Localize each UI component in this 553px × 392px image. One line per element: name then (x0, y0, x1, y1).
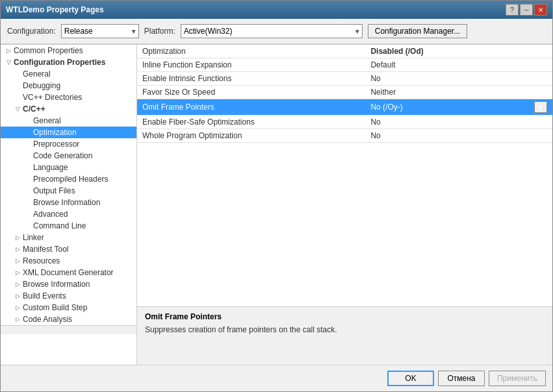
config-combobox[interactable]: Release ▼ (61, 24, 139, 38)
table-row[interactable]: Favor Size Or SpeedNeither (137, 86, 552, 99)
prop-name-cell: Omit Frame Pointers (137, 99, 365, 116)
tree-item-code-generation[interactable]: Code Generation (1, 150, 136, 162)
apply-button[interactable]: Применить (489, 371, 546, 386)
title-bar: WTLDemo Property Pages ? ─ ✕ (1, 1, 552, 19)
info-title: Omit Frame Pointers (145, 312, 545, 321)
tree-arrow-icon: ▽ (12, 106, 23, 112)
tree-item-label: Debugging (23, 81, 60, 90)
prop-value-cell: Default (365, 58, 552, 72)
tree-item-general[interactable]: General (1, 68, 136, 80)
tree-item-label: Configuration Properties (14, 58, 105, 67)
tree-item-label: Output Files (33, 186, 75, 195)
properties-grid: OptimizationDisabled (/Od)Inline Functio… (137, 45, 552, 306)
tree-item-cpp-general[interactable]: General (1, 115, 136, 127)
tree-item-label: Custom Build Step (23, 303, 87, 312)
tree-arrow-icon: ▷ (12, 246, 23, 252)
tree-item-advanced[interactable]: Advanced (1, 208, 136, 220)
tree-item-label: C/C++ (23, 104, 45, 114)
content-area: ▷Common Properties▽Configuration Propert… (1, 44, 552, 365)
prop-name-cell: Enable Intrinsic Functions (137, 72, 365, 86)
table-row[interactable]: Inline Function ExpansionDefault (137, 58, 552, 72)
tree-arrow-icon: ▷ (12, 258, 23, 264)
minimize-button[interactable]: ─ (520, 4, 533, 16)
prop-name-cell: Enable Fiber-Safe Optimizations (137, 116, 365, 129)
platform-value: Active(Win32) (184, 27, 233, 36)
table-row[interactable]: OptimizationDisabled (/Od) (137, 45, 552, 58)
selected-value-text: No (/Oy-) (370, 103, 402, 112)
tree-item-label: Advanced (33, 210, 68, 219)
config-manager-button[interactable]: Configuration Manager... (368, 24, 467, 38)
tree-panel: ▷Common Properties▽Configuration Propert… (1, 45, 137, 365)
tree-arrow-icon: ▷ (12, 269, 23, 276)
tree-item-build-events[interactable]: ▷Build Events (1, 290, 136, 302)
table-row[interactable]: Enable Fiber-Safe OptimizationsNo (137, 116, 552, 129)
tree-item-label: General (23, 69, 51, 79)
platform-arrow-icon: ▼ (354, 28, 361, 35)
main-window: WTLDemo Property Pages ? ─ ✕ Configurati… (0, 0, 553, 392)
prop-value-cell: No (/Oy-)▼ (365, 99, 552, 116)
config-label: Configuration: (7, 27, 56, 36)
prop-name-cell: Optimization (137, 45, 365, 58)
tree-item-vc-dirs[interactable]: VC++ Directories (1, 92, 136, 103)
tree-item-label: Browse Information (23, 280, 90, 289)
tree-item-linker[interactable]: ▷Linker (1, 232, 136, 243)
prop-value-cell: No (365, 116, 552, 129)
prop-value-cell: No (365, 129, 552, 143)
ok-button[interactable]: OK (387, 371, 434, 386)
tree-item-label: Browse Information (33, 198, 100, 207)
tree-item-browse-info[interactable]: Browse Information (1, 197, 136, 208)
tree-item-cpp[interactable]: ▽C/C++ (1, 103, 136, 115)
tree-item-command-line[interactable]: Command Line (1, 220, 136, 232)
tree-scrollbar[interactable] (1, 325, 136, 334)
tree-item-label: XML Document Generator (23, 268, 114, 277)
tree-arrow-icon: ▷ (12, 234, 23, 241)
config-value: Release (64, 27, 93, 36)
tree-item-label: General (33, 116, 61, 125)
tree-item-preprocessor[interactable]: Preprocessor (1, 138, 136, 150)
tree-item-manifest-tool[interactable]: ▷Manifest Tool (1, 243, 136, 255)
value-dropdown-button[interactable]: ▼ (534, 101, 547, 113)
tree-arrow-icon: ▷ (3, 47, 14, 54)
config-arrow-icon: ▼ (131, 28, 137, 35)
prop-name-cell: Inline Function Expansion (137, 58, 365, 72)
table-row[interactable]: Enable Intrinsic FunctionsNo (137, 72, 552, 86)
dropdown-arrow-icon: ▼ (537, 104, 544, 111)
table-row[interactable]: Whole Program OptimizationNo (137, 129, 552, 143)
tree-item-code-analysis[interactable]: ▷Code Analysis (1, 313, 136, 325)
tree-item-config-props[interactable]: ▽Configuration Properties (1, 56, 136, 68)
tree-item-optimization[interactable]: Optimization (1, 127, 136, 138)
close-button[interactable]: ✕ (534, 4, 547, 16)
tree-item-label: Command Line (33, 221, 86, 230)
tree-arrow-icon: ▷ (12, 316, 23, 323)
platform-combobox[interactable]: Active(Win32) ▼ (181, 24, 363, 38)
tree-item-precompiled-headers[interactable]: Precompiled Headers (1, 173, 136, 185)
tree-item-label: Precompiled Headers (33, 175, 108, 184)
bottom-bar: OK Отмена Применить (1, 365, 552, 391)
tree-item-label: Manifest Tool (23, 245, 68, 254)
help-button[interactable]: ? (506, 4, 519, 16)
tree-item-label: Linker (23, 233, 44, 242)
tree-item-label: Common Properties (14, 46, 83, 55)
table-row[interactable]: Omit Frame PointersNo (/Oy-)▼ (137, 99, 552, 116)
info-description: Suppresses creation of frame pointers on… (145, 325, 545, 334)
info-panel: Omit Frame Pointers Suppresses creation … (137, 306, 552, 365)
tree-arrow-icon: ▷ (12, 304, 23, 311)
tree-item-language[interactable]: Language (1, 162, 136, 173)
tree-item-debugging[interactable]: Debugging (1, 80, 136, 92)
tree-arrow-icon: ▽ (3, 59, 14, 66)
tree-item-resources[interactable]: ▷Resources (1, 255, 136, 267)
selected-value-container: No (/Oy-)▼ (370, 101, 547, 113)
prop-name-cell: Favor Size Or Speed (137, 86, 365, 99)
prop-value-cell: Neither (365, 86, 552, 99)
prop-value-cell: No (365, 72, 552, 86)
tree-item-browse-info2[interactable]: ▷Browse Information (1, 278, 136, 290)
cancel-button[interactable]: Отмена (438, 371, 485, 386)
tree-item-output-files[interactable]: Output Files (1, 185, 136, 197)
tree-item-custom-build-step[interactable]: ▷Custom Build Step (1, 302, 136, 313)
tree-item-label: Code Generation (33, 151, 92, 160)
platform-label: Platform: (144, 27, 175, 36)
tree-item-common-props[interactable]: ▷Common Properties (1, 45, 136, 56)
tree-item-label: VC++ Directories (23, 93, 82, 102)
prop-name-cell: Whole Program Optimization (137, 129, 365, 143)
tree-item-xml-doc-gen[interactable]: ▷XML Document Generator (1, 267, 136, 278)
